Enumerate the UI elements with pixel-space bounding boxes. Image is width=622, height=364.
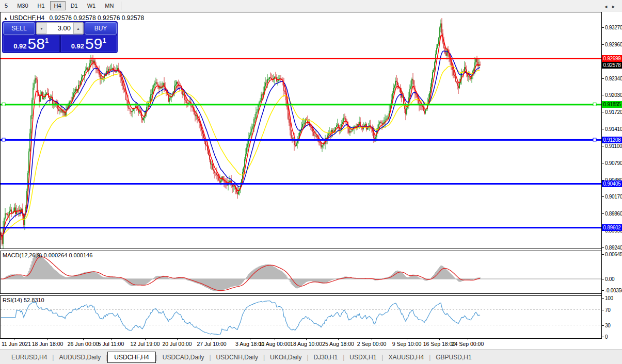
lot-increase-icon[interactable]: ▲ xyxy=(73,23,83,34)
hline-price-label: 0.92699 xyxy=(602,55,622,62)
axis-tick-mark xyxy=(602,325,604,326)
symbol-period-label: USDCHF,H4 xyxy=(10,14,44,22)
axis-tick-mark xyxy=(602,247,604,248)
axis-tick-label: 0.92960 xyxy=(605,42,622,47)
sell-price-pips: 58 xyxy=(28,36,45,52)
tab-scroll-arrows[interactable]: ◄► xyxy=(603,4,619,9)
axis-tick-label: 0.91410 xyxy=(605,126,622,132)
axis-tick-mark xyxy=(602,146,604,146)
tab-ukoil-daily[interactable]: UKOil,Daily xyxy=(265,352,307,363)
axis-tick-mark xyxy=(602,163,604,163)
buy-price-point: 1 xyxy=(102,37,106,44)
sell-price-point: 1 xyxy=(45,37,49,44)
axis-tick-label: 0.90170 xyxy=(605,194,622,200)
rsi-indicator-panel[interactable] xyxy=(0,295,602,339)
hline-price-label: 0.89602 xyxy=(602,224,622,231)
one-click-trade-widget: SELL ▼ 3.00 ▲ BUY 0.92 58 1 0.92 59 1 xyxy=(2,21,118,53)
axis-tick-label: 70 xyxy=(605,307,611,313)
tab-dj30-h1[interactable]: DJ30,H1 xyxy=(309,352,343,363)
buy-price-display[interactable]: 0.92 59 1 xyxy=(61,36,117,52)
timeframe-mn[interactable]: MN xyxy=(101,1,118,10)
axis-tick-label: 0.90790 xyxy=(605,160,622,166)
collapse-panel-icon[interactable]: ▲ xyxy=(4,16,8,21)
axis-tick-mark xyxy=(602,310,604,310)
axis-tick-mark xyxy=(602,279,604,279)
chart-tab-bar: EURUSD,H4|AUDUSD,Daily|USDCHF,H4|USDCAD,… xyxy=(0,350,622,364)
lot-decrease-icon[interactable]: ▼ xyxy=(37,23,46,34)
ohlc-readout: 0.92576 0.92578 0.92576 0.92578 xyxy=(50,14,145,22)
time-tick-mark xyxy=(275,339,275,340)
axis-tick-label: 0.92030 xyxy=(605,92,622,98)
time-tick-mark xyxy=(439,339,440,340)
axis-tick-label: 0.89240 xyxy=(605,245,622,251)
toolbar-separator xyxy=(121,2,121,10)
time-tick-mark xyxy=(145,339,146,340)
axis-tick-mark xyxy=(602,95,604,95)
tab-audusd-daily[interactable]: AUDUSD,Daily xyxy=(54,352,106,363)
axis-tick-label: 0.00 xyxy=(605,276,614,282)
trading-platform-window: 5M30H1H4D1W1MN ▲USDCHF,H4 0.92576 0.9257… xyxy=(0,0,622,364)
axis-tick-mark xyxy=(602,112,604,112)
hline-price-label: 0.91208 xyxy=(602,137,622,143)
price-axis: 0.932700.929600.926500.923400.920300.917… xyxy=(602,12,622,339)
axis-tick-mark xyxy=(602,78,604,79)
time-tick-mark xyxy=(468,339,468,340)
axis-divider xyxy=(601,12,602,339)
hline-price-label: 0.91855 xyxy=(602,101,622,108)
axis-tick-mark xyxy=(602,129,604,129)
axis-tick-label: 0.91100 xyxy=(605,143,622,149)
axis-tick-mark xyxy=(602,298,604,299)
tab-usdcad-daily[interactable]: USDCAD,Daily xyxy=(157,352,210,363)
tab-usdcnh-daily[interactable]: USDCNH,Daily xyxy=(211,352,263,363)
time-tick-mark xyxy=(372,339,372,340)
time-tick-mark xyxy=(177,339,178,340)
axis-tick-label: 0.006451 xyxy=(605,252,622,257)
buy-price-prefix: 0.92 xyxy=(71,42,84,52)
buy-price-pips: 59 xyxy=(85,36,102,52)
timeframe-w1[interactable]: W1 xyxy=(83,1,100,10)
time-tick-mark xyxy=(212,339,212,340)
tab-usdx-h1[interactable]: USDX,H1 xyxy=(344,352,381,363)
timeframe-h1[interactable]: H1 xyxy=(34,1,49,10)
hline-price-label: 0.90405 xyxy=(602,180,622,187)
axis-tick-mark xyxy=(602,196,604,197)
sell-button[interactable]: SELL xyxy=(3,22,35,35)
axis-tick-label: -0.00350 xyxy=(605,288,622,293)
time-tick-mark xyxy=(83,339,84,340)
timeframe-5[interactable]: 5 xyxy=(1,1,12,10)
macd-label: MACD(12,26,9) 0.000264 0.000146 xyxy=(3,252,92,258)
lot-size-field[interactable]: 3.00 xyxy=(46,23,73,34)
sell-price-prefix: 0.92 xyxy=(13,42,26,52)
axis-tick-label: 0.93270 xyxy=(605,25,622,30)
axis-tick-label: 0.92340 xyxy=(605,76,622,81)
axis-tick-label: 0 xyxy=(605,334,608,340)
axis-tick-mark xyxy=(602,254,604,255)
axis-tick-mark xyxy=(602,290,604,291)
tab-gbpusd-h1[interactable]: GBPUSD,H1 xyxy=(430,352,476,363)
timeframe-toolbar: 5M30H1H4D1W1MN xyxy=(0,0,622,11)
axis-tick-mark xyxy=(602,44,604,45)
tab-scroll-right-icon[interactable]: ► xyxy=(611,4,619,9)
timeframe-d1[interactable]: D1 xyxy=(67,1,82,10)
tab-eurusd-h4[interactable]: EURUSD,H4 xyxy=(6,352,52,363)
timeframe-m30[interactable]: M30 xyxy=(13,1,32,10)
axis-tick-mark xyxy=(602,27,604,28)
tab-usdchf-h4[interactable]: USDCHF,H4 xyxy=(107,352,155,363)
sell-price-display[interactable]: 0.92 58 1 xyxy=(3,36,59,52)
axis-tick-label: 0.89860 xyxy=(605,211,622,217)
tab-scroll-left-icon[interactable]: ◄ xyxy=(603,4,611,9)
axis-tick-mark xyxy=(602,213,604,214)
time-tick-mark xyxy=(47,339,48,340)
axis-tick-label: 0.91720 xyxy=(605,109,622,115)
time-tick-mark xyxy=(306,339,307,340)
axis-tick-label: 30 xyxy=(605,323,611,328)
buy-button[interactable]: BUY xyxy=(85,22,117,35)
current-price-label: 0.92578 xyxy=(602,62,622,69)
tab-xauusd-h4[interactable]: XAUUSD,H4 xyxy=(383,352,429,363)
chart-title: ▲USDCHF,H4 0.92576 0.92578 0.92576 0.925… xyxy=(4,14,144,22)
axis-tick-label: 100 xyxy=(605,295,613,301)
timeframe-h4[interactable]: H4 xyxy=(50,1,66,10)
time-label: 24 Sep 00:00 xyxy=(444,341,491,347)
lot-size-spinner: ▼ 3.00 ▲ xyxy=(36,22,84,35)
time-tick-mark xyxy=(111,339,111,340)
